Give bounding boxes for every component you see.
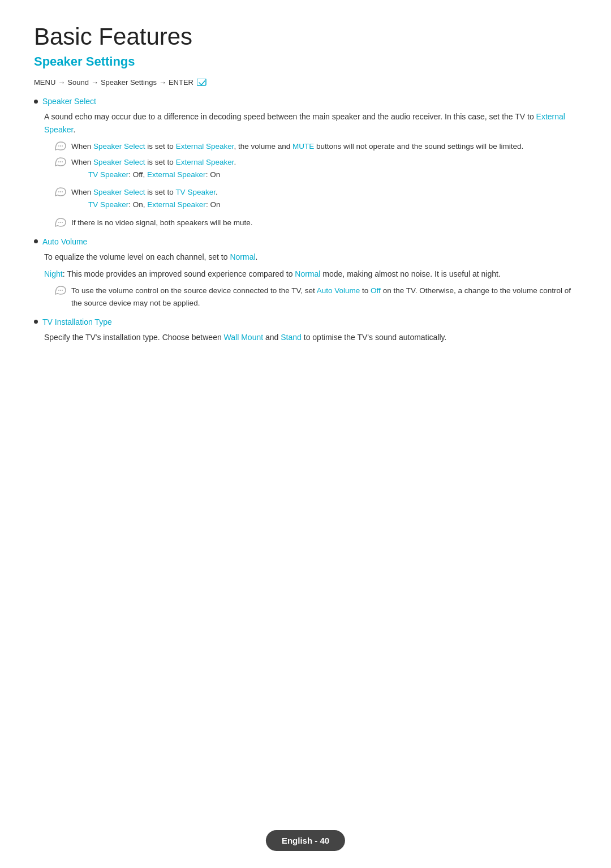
section-heading: Speaker Settings bbox=[34, 54, 577, 69]
speaker-select-intro: A sound echo may occur due to a differen… bbox=[44, 110, 577, 136]
auto-volume-label: Auto Volume bbox=[34, 237, 577, 246]
speaker-note-1-text: When Speaker Select is set to External S… bbox=[71, 140, 523, 153]
svg-point-13 bbox=[58, 290, 59, 291]
list-item-auto-volume: Auto Volume To equalize the volume level… bbox=[34, 237, 577, 310]
speaker-note-1: When Speaker Select is set to External S… bbox=[54, 140, 577, 153]
svg-point-11 bbox=[60, 222, 61, 223]
enter-icon bbox=[197, 79, 207, 87]
speaker-note-3-content: When Speaker Select is set to TV Speaker… bbox=[71, 186, 220, 213]
auto-volume-text: Auto Volume bbox=[42, 237, 87, 246]
svg-point-14 bbox=[60, 290, 61, 291]
arrow1: → bbox=[58, 78, 65, 87]
bullet-dot-2 bbox=[34, 239, 38, 243]
svg-point-6 bbox=[62, 161, 63, 162]
speaker-note-2-content: When Speaker Select is set to External S… bbox=[71, 156, 236, 183]
svg-point-8 bbox=[60, 191, 61, 192]
note-icon-4 bbox=[54, 217, 67, 229]
svg-point-4 bbox=[58, 161, 59, 162]
speaker-note-4: If there is no video signal, both speake… bbox=[54, 217, 577, 229]
svg-point-9 bbox=[62, 191, 63, 192]
auto-volume-intro: To equalize the volume level on each cha… bbox=[44, 251, 577, 263]
installation-type-text: TV Installation Type bbox=[42, 317, 112, 326]
auto-volume-body: Night: This mode provides an improved so… bbox=[44, 268, 577, 280]
svg-point-2 bbox=[60, 145, 61, 147]
speaker-select-text: Speaker Select bbox=[42, 97, 96, 106]
auto-volume-note: To use the volume control on the source … bbox=[54, 285, 577, 309]
list-item-installation-type: TV Installation Type Specify the TV's in… bbox=[34, 317, 577, 343]
svg-point-15 bbox=[62, 290, 63, 291]
menu-label: MENU bbox=[34, 78, 55, 87]
speaker-note-2: When Speaker Select is set to External S… bbox=[54, 156, 577, 183]
arrow2: → bbox=[91, 78, 98, 87]
page-footer: English - 40 bbox=[266, 830, 345, 851]
page-title: Basic Features bbox=[34, 23, 577, 51]
content-list: Speaker Select A sound echo may occur du… bbox=[34, 97, 577, 343]
installation-type-content: Specify the TV's installation type. Choo… bbox=[44, 331, 577, 343]
svg-point-7 bbox=[58, 191, 59, 192]
list-item-speaker-select: Speaker Select A sound echo may occur du… bbox=[34, 97, 577, 229]
speaker-note-4-text: If there is no video signal, both speake… bbox=[71, 217, 252, 229]
footer-label: English - 40 bbox=[282, 836, 329, 845]
note-icon-1 bbox=[54, 141, 67, 153]
bullet-dot bbox=[34, 100, 38, 104]
sound-link: Sound bbox=[67, 78, 89, 87]
svg-point-3 bbox=[62, 145, 63, 147]
note-icon-2 bbox=[54, 157, 67, 169]
installation-type-label: TV Installation Type bbox=[34, 317, 577, 326]
speaker-note-3-subnote: TV Speaker: On, External Speaker: On bbox=[88, 199, 220, 211]
speaker-settings-link: Speaker Settings bbox=[101, 78, 157, 87]
arrow3: → bbox=[159, 78, 166, 87]
note-icon-3 bbox=[54, 187, 67, 199]
svg-point-1 bbox=[58, 145, 59, 147]
svg-point-5 bbox=[60, 161, 61, 162]
menu-path: MENU → Sound → Speaker Settings → ENTER bbox=[34, 78, 577, 87]
note-icon-5 bbox=[54, 285, 67, 297]
speaker-select-content: A sound echo may occur due to a differen… bbox=[44, 110, 577, 229]
bullet-dot-3 bbox=[34, 320, 38, 324]
enter-label: ENTER bbox=[169, 78, 193, 87]
auto-volume-content: To equalize the volume level on each cha… bbox=[44, 251, 577, 310]
auto-volume-note-text: To use the volume control on the source … bbox=[71, 285, 577, 309]
speaker-select-label: Speaker Select bbox=[34, 97, 577, 106]
svg-point-10 bbox=[58, 222, 59, 223]
installation-type-body: Specify the TV's installation type. Choo… bbox=[44, 331, 577, 343]
speaker-note-3: When Speaker Select is set to TV Speaker… bbox=[54, 186, 577, 213]
speaker-note-2-subnote: TV Speaker: Off, External Speaker: On bbox=[88, 169, 236, 181]
svg-point-12 bbox=[62, 222, 63, 223]
